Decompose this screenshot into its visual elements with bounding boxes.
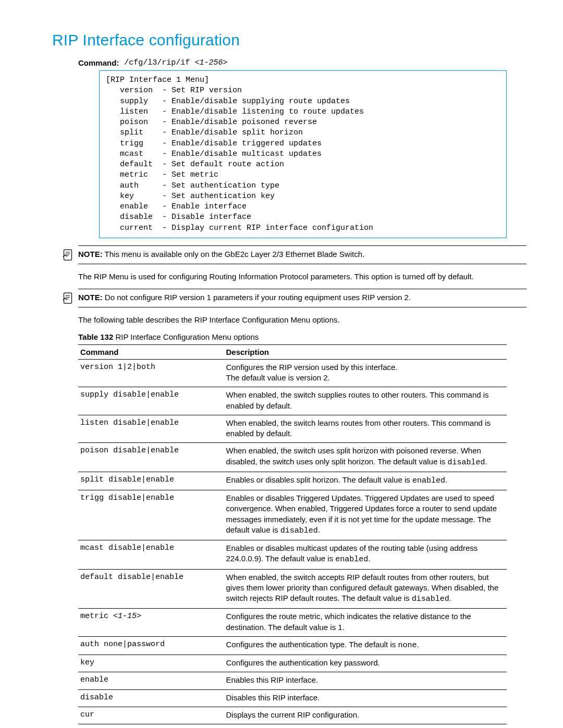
page-title: RIP Interface configuration [52,31,527,49]
note-icon [63,292,73,304]
table-row: supply disable|enableWhen enabled, the s… [78,387,507,415]
table-row: version 1|2|bothConfigures the RIP versi… [78,359,507,387]
divider [78,264,527,264]
table-cell-description: Configures the authentication key passwo… [224,655,507,672]
menu-output-box: [RIP Interface 1 Menu] version - Set RIP… [99,70,507,238]
table-row: keyConfigures the authentication key pas… [78,655,507,672]
table-cell-description: When enabled, the switch learns routes f… [224,415,507,443]
options-table: Command Description version 1|2|bothConf… [78,344,507,724]
table-cell-command: disable [78,689,224,707]
note-row: NOTE: This menu is available only on the… [63,249,527,261]
table-cell-command: key [78,655,224,672]
table-number: Table 132 [78,332,113,341]
table-header-description: Description [224,344,507,359]
note-text: NOTE: This menu is available only on the… [78,249,527,260]
table-header-command: Command [78,344,224,359]
table-row: mcast disable|enableEnables or disables … [78,540,507,570]
table-cell-command: enable [78,672,224,689]
table-row: curDisplays the current RIP configuratio… [78,707,507,724]
command-line: Command: /cfg/l3/rip/if <1-256> [78,58,527,67]
note-body: This menu is available only on the GbE2c… [105,250,365,258]
table-row: enableEnables this RIP interface. [78,672,507,689]
divider [78,307,527,307]
table-cell-command: split disable|enable [78,472,224,490]
note-icon [63,249,73,261]
table-cell-description: Enables this RIP interface. [224,672,507,689]
table-cell-description: Enables or disables multicast updates of… [224,540,507,570]
table-cell-description: Configures the RIP version used by this … [224,359,507,387]
table-caption: Table 132 RIP Interface Configuration Me… [78,332,527,341]
table-cell-command: default disable|enable [78,569,224,609]
table-cell-description: When enabled, the switch uses split hori… [224,443,507,472]
table-cell-description: When enabled, the switch supplies routes… [224,387,507,415]
note-body: Do not configure RIP version 1 parameter… [105,293,411,302]
table-cell-description: Enables or disables Triggered Updates. T… [224,490,507,540]
table-cell-description: When enabled, the switch accepts RIP def… [224,569,507,609]
command-path: /cfg/l3/rip/if [124,58,194,67]
table-title: RIP Interface Configuration Menu options [113,332,259,341]
divider [78,245,527,246]
divider [78,289,527,289]
page-container: RIP Interface configuration Command: /cf… [0,0,563,728]
table-row: split disable|enableEnables or disables … [78,472,507,490]
note-label: NOTE: [78,250,103,258]
table-row: default disable|enableWhen enabled, the … [78,569,507,609]
table-cell-command: listen disable|enable [78,415,224,443]
command-arg: <1-256> [194,58,227,67]
note-text: NOTE: Do not configure RIP version 1 par… [78,292,527,303]
table-row: auth none|passwordConfigures the authent… [78,636,507,655]
paragraph: The following table describes the RIP In… [78,315,527,325]
table-row: disableDisables this RIP interface. [78,689,507,707]
table-row: poison disable|enableWhen enabled, the s… [78,443,507,472]
command-label: Command: [78,58,119,67]
note-row: NOTE: Do not configure RIP version 1 par… [63,292,527,304]
table-cell-description: Configures the route metric, which indic… [224,609,507,637]
table-cell-command: trigg disable|enable [78,490,224,540]
table-cell-command: metric <1-15> [78,609,224,637]
table-cell-description: Enables or disables split horizon. The d… [224,472,507,490]
table-row: metric <1-15>Configures the route metric… [78,609,507,637]
table-cell-description: Disables this RIP interface. [224,689,507,707]
table-cell-command: version 1|2|both [78,359,224,387]
table-cell-description: Displays the current RIP configuration. [224,707,507,724]
table-cell-command: auth none|password [78,636,224,655]
table-cell-description: Configures the authentication type. The … [224,636,507,655]
table-row: trigg disable|enableEnables or disables … [78,490,507,540]
note-label: NOTE: [78,293,103,302]
table-cell-command: mcast disable|enable [78,540,224,570]
table-cell-command: poison disable|enable [78,443,224,472]
table-cell-command: supply disable|enable [78,387,224,415]
paragraph: The RIP Menu is used for configuring Rou… [78,272,527,282]
table-cell-command: cur [78,707,224,724]
table-row: listen disable|enableWhen enabled, the s… [78,415,507,443]
